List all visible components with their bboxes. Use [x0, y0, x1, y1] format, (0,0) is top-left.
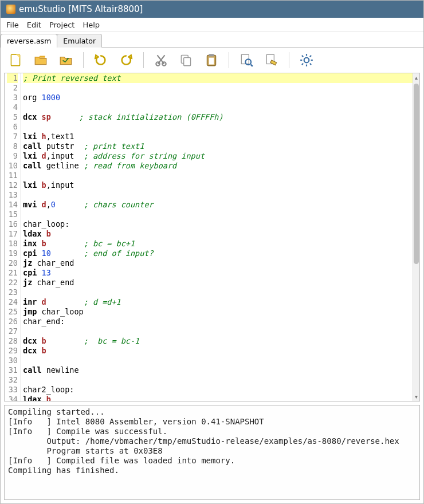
- menu-bar: File Edit Project Help: [1, 18, 423, 33]
- menu-help[interactable]: Help: [80, 19, 102, 30]
- menu-project[interactable]: Project: [47, 19, 77, 30]
- code-line[interactable]: ldax b: [23, 395, 413, 401]
- cut-icon[interactable]: [153, 52, 169, 68]
- scrollbar-vertical[interactable]: ▴ ▾: [413, 73, 419, 401]
- code-line[interactable]: cpi 10 ; end of input?: [23, 249, 413, 258]
- toolbar-sep: [83, 52, 84, 68]
- code-line[interactable]: dcx b: [23, 346, 413, 356]
- window-title: emuStudio [MITS Altair8800]: [19, 4, 143, 14]
- code-line[interactable]: jmp char_loop: [23, 307, 413, 317]
- paste-icon[interactable]: [203, 52, 219, 68]
- code-line[interactable]: [23, 210, 413, 219]
- code-line[interactable]: [23, 190, 413, 200]
- code-line[interactable]: inx b ; bc = bc+1: [23, 239, 413, 249]
- settings-icon[interactable]: [299, 52, 315, 68]
- menu-edit[interactable]: Edit: [25, 19, 44, 30]
- toolbar-sep: [143, 52, 144, 68]
- code-line[interactable]: ldax b: [23, 229, 413, 239]
- save-icon[interactable]: [58, 52, 74, 68]
- redo-icon[interactable]: [118, 52, 134, 68]
- toolbar-sep: [289, 52, 289, 68]
- code-line[interactable]: [23, 103, 413, 112]
- scroll-thumb[interactable]: [414, 84, 419, 263]
- tab-emulator-label: Emulator: [63, 37, 96, 45]
- svg-point-13: [304, 58, 309, 63]
- code-line[interactable]: jz char_end: [23, 258, 413, 268]
- code-line[interactable]: [23, 326, 413, 336]
- code-line[interactable]: [23, 122, 413, 132]
- svg-rect-7: [209, 54, 214, 56]
- copy-icon[interactable]: [178, 52, 194, 68]
- undo-icon[interactable]: [93, 52, 109, 68]
- code-line[interactable]: dcx sp ; stack initialization (0FFFFh): [23, 112, 413, 122]
- code-line[interactable]: dcx b ; bc = bc-1: [23, 336, 413, 346]
- compiler-output[interactable]: Compiling started... [Info ] Intel 8080 …: [4, 405, 420, 500]
- code-line[interactable]: [23, 375, 413, 385]
- code-line[interactable]: [23, 356, 413, 365]
- tab-source-label: reverse.asm: [7, 37, 51, 45]
- tab-emulator[interactable]: Emulator: [57, 34, 102, 48]
- code-line[interactable]: [23, 171, 413, 180]
- tab-source[interactable]: reverse.asm: [1, 34, 57, 48]
- code-line[interactable]: call getline ; read from keyboard: [23, 161, 413, 171]
- menu-file[interactable]: File: [4, 19, 21, 30]
- svg-line-19: [310, 64, 311, 65]
- scroll-down-icon[interactable]: ▾: [415, 392, 418, 401]
- toolbar-sep: [229, 52, 229, 68]
- code-line[interactable]: lxi h,text1: [23, 132, 413, 141]
- svg-rect-8: [209, 58, 214, 65]
- code-line[interactable]: inr d ; d =d+1: [23, 297, 413, 307]
- code-line[interactable]: char_end:: [23, 317, 413, 326]
- code-line[interactable]: call newline: [23, 365, 413, 375]
- code-line[interactable]: org 1000: [23, 93, 413, 103]
- new-file-icon[interactable]: [7, 52, 23, 68]
- code-line[interactable]: char_loop:: [23, 219, 413, 229]
- open-folder-icon[interactable]: [33, 52, 49, 68]
- line-gutter: 1234567891011121314151617181920212223242…: [5, 73, 21, 401]
- code-line[interactable]: [23, 83, 413, 93]
- title-bar: emuStudio [MITS Altair8800]: [1, 1, 423, 18]
- code-line[interactable]: ; Print reversed text: [23, 73, 413, 83]
- app-icon: [6, 5, 15, 14]
- compile-icon[interactable]: [264, 52, 280, 68]
- code-line[interactable]: lxi b,input: [23, 180, 413, 190]
- code-line[interactable]: mvi d,0 ; chars counter: [23, 200, 413, 210]
- svg-line-11: [251, 65, 253, 66]
- code-line[interactable]: call putstr ; print text1: [23, 141, 413, 151]
- svg-rect-5: [184, 58, 191, 66]
- svg-line-21: [310, 56, 311, 57]
- code-line[interactable]: lxi d,input ; address for string input: [23, 151, 413, 161]
- code-line[interactable]: jz char_end: [23, 278, 413, 288]
- tab-strip: reverse.asm Emulator: [1, 32, 423, 47]
- app-window: emuStudio [MITS Altair8800] File Edit Pr…: [0, 0, 424, 504]
- code-line[interactable]: char2_loop:: [23, 385, 413, 395]
- toolbar: [1, 48, 423, 73]
- code-line[interactable]: [23, 288, 413, 297]
- code-line[interactable]: cpi 13: [23, 268, 413, 278]
- find-icon[interactable]: [238, 52, 254, 68]
- code-editor[interactable]: 1234567891011121314151617181920212223242…: [4, 73, 420, 401]
- svg-line-20: [302, 64, 303, 65]
- scroll-up-icon[interactable]: ▴: [415, 73, 418, 82]
- svg-line-18: [302, 56, 303, 57]
- code-area[interactable]: ; Print reversed textorg 1000dcx sp ; st…: [21, 73, 413, 401]
